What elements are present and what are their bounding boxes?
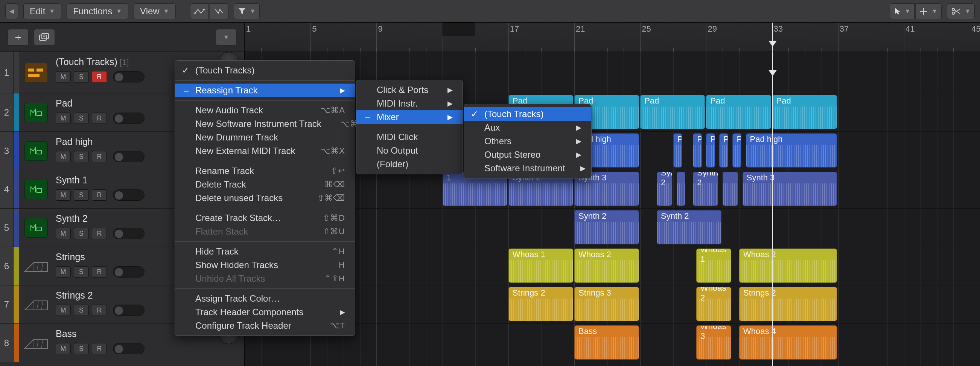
view-menu-button[interactable]: View▼: [134, 3, 175, 19]
region[interactable]: Bass: [574, 325, 639, 360]
region[interactable]: Pa: [719, 133, 728, 167]
region[interactable]: Whoas 2: [739, 248, 837, 283]
mute-button[interactable]: M: [56, 228, 71, 239]
menu-new-audio[interactable]: New Audio Track⌥⌘A: [175, 103, 355, 117]
region[interactable]: Strings 2: [508, 287, 573, 321]
bar-ruler[interactable]: 159131721252933374145: [245, 22, 980, 52]
submenu-mixer[interactable]: ‒Mixer▶: [356, 110, 463, 124]
mixer-software-instrument[interactable]: Software Instrument▶: [464, 162, 591, 175]
menu-new-drummer[interactable]: New Drummer Track: [175, 130, 355, 144]
region[interactable]: [722, 172, 738, 206]
automation-curve-button[interactable]: [190, 3, 209, 19]
menu-rename-track[interactable]: Rename Track⇧↩: [175, 164, 355, 178]
volume-slider[interactable]: [113, 151, 145, 162]
menu-new-software[interactable]: New Software Instrument Track⌥⌘S: [175, 117, 355, 130]
mute-button[interactable]: M: [56, 189, 71, 201]
menu-track-header-components[interactable]: Track Header Components▶: [175, 306, 355, 319]
region[interactable]: Synth 2: [693, 172, 718, 206]
filter-button[interactable]: ▼: [234, 3, 260, 19]
region[interactable]: Synth 2: [657, 210, 721, 244]
scissors-tool-button[interactable]: ▼: [947, 3, 975, 19]
solo-button[interactable]: S: [74, 189, 89, 201]
record-button[interactable]: R: [92, 228, 107, 239]
mute-button[interactable]: M: [56, 71, 71, 83]
menu-show-hidden[interactable]: Show Hidden TracksH: [175, 258, 355, 272]
solo-button[interactable]: S: [74, 228, 89, 239]
mixer-aux[interactable]: Aux▶: [464, 121, 591, 134]
volume-slider[interactable]: [113, 228, 145, 239]
mute-button[interactable]: M: [56, 113, 71, 124]
region[interactable]: Synth 2: [574, 210, 639, 244]
mute-button[interactable]: M: [56, 151, 71, 162]
region[interactable]: Whoas 2: [696, 287, 731, 321]
solo-button[interactable]: S: [74, 71, 89, 83]
record-button[interactable]: R: [92, 305, 107, 316]
region[interactable]: Pad: [772, 95, 837, 129]
region[interactable]: Pad: [640, 95, 705, 129]
region[interactable]: Whoas 3: [696, 325, 731, 360]
menu-delete-unused[interactable]: Delete unused Tracks⇧⌘⌫: [175, 191, 355, 205]
record-button[interactable]: R: [92, 266, 107, 277]
region[interactable]: Pa: [673, 133, 682, 167]
pointer-tool-button[interactable]: ▼: [890, 3, 915, 19]
menu-delete-track[interactable]: Delete Track⌘⌫: [175, 178, 355, 191]
region[interactable]: [677, 172, 685, 206]
volume-slider[interactable]: [113, 189, 145, 201]
mixer-others[interactable]: Others▶: [464, 134, 591, 148]
region[interactable]: Whoas 1: [508, 248, 573, 283]
playhead[interactable]: [772, 22, 773, 52]
region[interactable]: Whoas 1: [696, 248, 731, 283]
mixer-output-stereo[interactable]: Output Stereo▶: [464, 148, 591, 162]
region[interactable]: Pa: [693, 133, 702, 167]
region[interactable]: Synth 2: [657, 172, 672, 206]
track-context-menu[interactable]: ✓(Touch Tracks)‒Reassign Track▶New Audio…: [175, 60, 355, 336]
back-button[interactable]: ◀: [5, 3, 18, 19]
volume-slider[interactable]: [113, 266, 145, 277]
edit-menu-button[interactable]: Edit▼: [23, 3, 61, 19]
region[interactable]: Pa: [732, 133, 741, 167]
mute-button[interactable]: M: [56, 305, 71, 316]
add-track-button[interactable]: ＋: [8, 29, 29, 46]
region[interactable]: Whoas 4: [739, 325, 837, 360]
track-options-button[interactable]: ▼: [216, 29, 237, 46]
solo-button[interactable]: S: [74, 343, 89, 354]
region[interactable]: Pa: [706, 133, 715, 167]
menu-create-stack[interactable]: Create Track Stack…⇧⌘D: [175, 211, 355, 225]
record-button[interactable]: R: [92, 189, 107, 201]
mixer-touch-tracks[interactable]: ✓(Touch Tracks): [464, 107, 591, 121]
functions-menu-button[interactable]: Functions▼: [67, 3, 128, 19]
menu-configure-header[interactable]: Configure Track Header⌥T: [175, 319, 355, 333]
duplicate-track-button[interactable]: [34, 29, 55, 46]
mixer-submenu[interactable]: ✓(Touch Tracks)Aux▶Others▶Output Stereo▶…: [464, 104, 592, 178]
region[interactable]: Pad: [706, 95, 771, 129]
submenu-midi-instr[interactable]: MIDI Instr.▶: [356, 97, 463, 110]
submenu-folder[interactable]: (Folder): [356, 158, 463, 171]
volume-slider[interactable]: [113, 71, 145, 83]
region[interactable]: Pad high: [746, 133, 837, 167]
record-button[interactable]: R: [92, 113, 107, 124]
submenu-no-output[interactable]: No Output: [356, 144, 463, 158]
submenu-click-ports[interactable]: Click & Ports▶: [356, 83, 463, 97]
playhead-line[interactable]: [772, 52, 773, 366]
volume-slider[interactable]: [113, 343, 145, 354]
menu-reassign-track[interactable]: ‒Reassign Track▶: [175, 84, 355, 97]
region[interactable]: Whoas 2: [574, 248, 639, 283]
crosshair-tool-button[interactable]: ▼: [915, 3, 942, 19]
solo-button[interactable]: S: [74, 113, 89, 124]
menu-assign-color[interactable]: Assign Track Color…: [175, 292, 355, 306]
menu-hide-track[interactable]: Hide Track⌃H: [175, 245, 355, 258]
menu-new-external-midi[interactable]: New External MIDI Track⌥⌘X: [175, 144, 355, 158]
solo-button[interactable]: S: [74, 266, 89, 277]
record-button[interactable]: R: [92, 343, 107, 354]
record-button[interactable]: R: [92, 71, 107, 83]
solo-button[interactable]: S: [74, 151, 89, 162]
flex-button[interactable]: [210, 3, 228, 19]
volume-slider[interactable]: [113, 113, 145, 124]
solo-button[interactable]: S: [74, 305, 89, 316]
mute-button[interactable]: M: [56, 266, 71, 277]
region[interactable]: Strings 2: [739, 287, 837, 321]
region[interactable]: Synth 3: [743, 172, 837, 206]
region[interactable]: Strings 3: [574, 287, 639, 321]
submenu-midi-click[interactable]: MIDI Click: [356, 130, 463, 144]
menu-touch-tracks[interactable]: ✓(Touch Tracks): [175, 64, 355, 77]
